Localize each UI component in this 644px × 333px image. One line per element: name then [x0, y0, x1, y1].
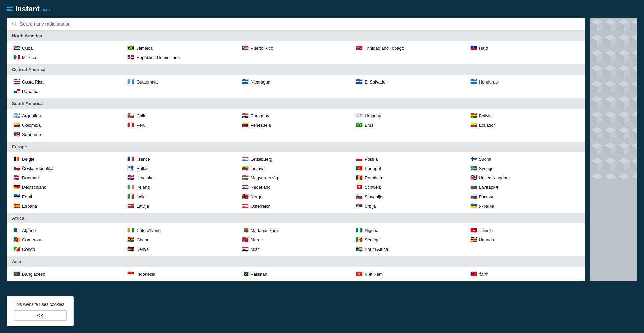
country-item[interactable]: 🇸🇷Suriname: [12, 131, 123, 138]
country-item[interactable]: 🇨🇲Cameroun: [12, 236, 123, 243]
country-name: Ecuador: [479, 123, 495, 128]
country-item[interactable]: 🇩🇴República Dominicana: [126, 54, 237, 61]
country-flag: 🇵🇪: [127, 122, 134, 128]
country-item[interactable]: 🇷🇺Россия: [469, 193, 580, 200]
country-item[interactable]: 🇿🇦South Africa: [355, 245, 465, 253]
country-flag: 🇬🇧: [470, 175, 477, 180]
country-item[interactable]: 🇪🇪Eesti: [12, 193, 123, 200]
logo[interactable]: Instant audio: [7, 5, 52, 13]
country-name: Brasil: [365, 123, 376, 128]
country-item[interactable]: 🇭🇳Honduras: [469, 78, 580, 86]
country-item[interactable]: 🇫🇷France: [126, 155, 237, 163]
country-item[interactable]: 🇳🇱Nederland: [240, 183, 351, 191]
country-item[interactable]: 🇬🇭Ghana: [126, 236, 237, 243]
country-item[interactable]: 🇧🇩Bangladesh: [12, 270, 123, 278]
country-item[interactable]: 🇱🇺Lëtzebuerg: [240, 155, 351, 163]
country-flag: 🇸🇳: [356, 237, 363, 242]
country-item[interactable]: 🇪🇸España: [12, 202, 123, 210]
country-item[interactable]: 🇸🇻El Salvador: [355, 78, 465, 86]
country-flag: 🇳🇴: [242, 194, 249, 199]
country-item[interactable]: 🇭🇺Magyarország: [240, 174, 351, 181]
country-item[interactable]: 🇧🇷Brasil: [355, 121, 465, 129]
country-item[interactable]: 🇨🇮Côte d'Ivoire: [126, 227, 237, 234]
country-item[interactable]: 🇵🇱Polska: [355, 155, 465, 163]
country-item[interactable]: 🇧🇪België: [12, 155, 123, 163]
country-item[interactable]: 🇹🇼台灣: [469, 270, 580, 278]
country-item[interactable]: 🇮🇹Italia: [126, 193, 237, 200]
section-body-south-america: 🇦🇷Argentina🇨🇱Chile🇵🇾Paraguay🇺🇾Uruguay🇧🇴B…: [7, 109, 585, 142]
country-item[interactable]: 🇯🇲Jamaica: [126, 44, 237, 52]
country-item[interactable]: 🇵🇰Pakistan: [240, 270, 351, 278]
country-item[interactable]: 🇺🇬Uganda: [469, 236, 580, 243]
country-item[interactable]: 🇮🇪Ireland: [126, 183, 237, 191]
country-item[interactable]: 🇳🇬Nigeria: [355, 227, 465, 234]
country-flag: 🇱🇻: [127, 203, 134, 209]
country-item[interactable]: 🇭🇷Hrvatska: [126, 174, 237, 181]
country-flag: 🇺🇾: [356, 113, 363, 118]
content-panel: North America🇨🇺Cuba🇯🇲Jamaica🇵🇷Puerto Ric…: [7, 18, 585, 281]
country-item[interactable]: 🇨🇷Costa Rica: [12, 78, 123, 86]
country-item[interactable]: 🇵🇹Portugal: [355, 165, 465, 172]
country-item[interactable]: 🇹🇳Tunisie: [469, 227, 580, 234]
country-item[interactable]: 🇩🇪Deutschland: [12, 183, 123, 191]
country-item[interactable]: 🇱🇹Lietuva: [240, 165, 351, 172]
country-item[interactable]: 🇦🇹Österreich: [240, 202, 351, 210]
country-item[interactable]: 🇮🇩Indonesia: [126, 270, 237, 278]
country-item[interactable]: 🇺🇾Uruguay: [355, 112, 465, 119]
country-item[interactable]: 🇳🇮Nicaragua: [240, 78, 351, 86]
country-item[interactable]: 🇰🇪Kenya: [126, 245, 237, 253]
country-item[interactable]: 🇨🇿Česká republika: [12, 165, 123, 172]
country-item[interactable]: 🇨🇺Cuba: [12, 44, 123, 52]
country-item[interactable]: 🇵🇾Paraguay: [240, 112, 351, 119]
country-item[interactable]: 🇸🇪Sverige: [469, 165, 580, 172]
country-item[interactable]: 🇸🇮Slovenija: [355, 193, 465, 200]
country-item[interactable]: 🇸🇳Sénégal: [355, 236, 465, 243]
country-item[interactable]: 🇬🇷Hellas: [126, 165, 237, 172]
country-item[interactable]: 🇪🇬Misr: [240, 245, 351, 253]
country-flag: 🇨🇮: [127, 228, 134, 233]
country-flag: 🇫🇷: [127, 156, 134, 162]
country-name: Hrvatska: [136, 175, 153, 180]
country-item[interactable]: 🇬🇹Guatemala: [126, 78, 237, 86]
country-item[interactable]: 🇬🇧United Kingdom: [469, 174, 580, 181]
country-item[interactable]: 🇫🇮Suomi: [469, 155, 580, 163]
country-name: Uruguay: [365, 113, 381, 118]
country-item[interactable]: 🇧🇴Bolivia: [469, 112, 580, 119]
country-name: 台灣: [479, 271, 488, 277]
country-item[interactable]: 🇧🇬България: [469, 183, 580, 191]
country-flag: 🇬🇹: [127, 79, 134, 85]
country-flag: 🇳🇮: [242, 79, 249, 85]
country-item[interactable]: 🇷🇴România: [355, 174, 465, 181]
logo-icon: [7, 7, 13, 11]
country-flag: 🇷🇴: [356, 175, 363, 180]
country-item[interactable]: 🇵🇪Perú: [126, 121, 237, 129]
country-item[interactable]: 🇪🇨Ecuador: [469, 121, 580, 129]
country-name: Portugal: [365, 166, 381, 171]
country-item[interactable]: 🇦🇷Argentina: [12, 112, 123, 119]
country-item[interactable]: 🇱🇻Latvija: [126, 202, 237, 210]
country-item[interactable]: 🇵🇷Puerto Rico: [240, 44, 351, 52]
cookie-ok-button[interactable]: OK: [14, 310, 67, 321]
country-item[interactable]: 🇨🇭Schweiz: [355, 183, 465, 191]
search-input[interactable]: [20, 21, 580, 27]
country-flag: 🇧🇬: [470, 184, 477, 190]
country-item[interactable]: 🇩🇰Danmark: [12, 174, 123, 181]
country-item[interactable]: 🇨🇱Chile: [126, 112, 237, 119]
country-item[interactable]: 🇭🇹Haïti: [469, 44, 580, 52]
country-item[interactable]: 🇵🇦Panamá: [12, 88, 123, 95]
country-item[interactable]: 🇨🇴Colombia: [12, 121, 123, 129]
country-item[interactable]: 🇻🇪Venezuela: [240, 121, 351, 129]
country-item[interactable]: 🇳🇴Norge: [240, 193, 351, 200]
country-item[interactable]: 🇲🇬Madagasikara: [240, 227, 351, 234]
country-item[interactable]: 🇻🇳Việt Nam: [355, 270, 465, 278]
country-item[interactable]: 🇺🇦Україна: [469, 202, 580, 210]
main-layout: North America🇨🇺Cuba🇯🇲Jamaica🇵🇷Puerto Ric…: [0, 18, 644, 281]
country-name: France: [136, 157, 150, 162]
country-item[interactable]: 🇲🇽México: [12, 54, 123, 61]
section-body-africa: 🇩🇿Algérie🇨🇮Côte d'Ivoire🇲🇬Madagasikara🇳🇬…: [7, 223, 585, 256]
country-item[interactable]: 🇩🇿Algérie: [12, 227, 123, 234]
country-item[interactable]: 🇹🇹Trinidad and Tobago: [355, 44, 465, 52]
country-item[interactable]: 🇷🇸Srbija: [355, 202, 465, 210]
country-item[interactable]: 🇲🇦Maroc: [240, 236, 351, 243]
country-item[interactable]: 🇨🇬Congo: [12, 245, 123, 253]
